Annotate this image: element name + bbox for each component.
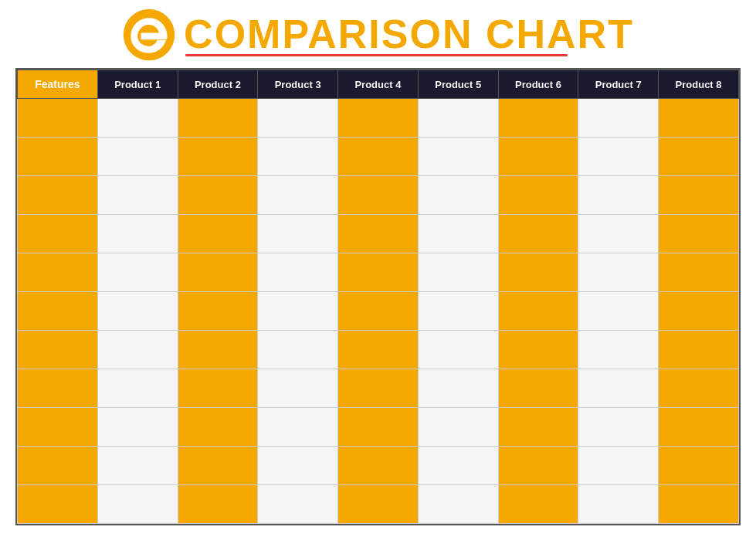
cell-r7-c3 — [258, 369, 338, 408]
cell-r3-c6 — [498, 215, 578, 253]
cell-r4-c0 — [18, 253, 98, 292]
cell-r7-c1 — [97, 369, 178, 408]
cell-r6-c2 — [178, 331, 258, 369]
cell-r10-c5 — [418, 485, 498, 524]
page-title: COMPARISON CHART — [184, 12, 634, 56]
cell-r8-c8 — [659, 408, 739, 447]
comparison-table-container: Features Product 1 Product 2 Product 3 P… — [15, 68, 741, 525]
cell-r2-c5 — [418, 176, 498, 215]
cell-r5-c6 — [498, 292, 578, 331]
table-header-row: Features Product 1 Product 2 Product 3 P… — [18, 70, 739, 99]
cell-r3-c2 — [178, 215, 258, 253]
cell-r4-c2 — [178, 253, 258, 292]
cell-r0-c3 — [258, 99, 338, 138]
cell-r6-c4 — [338, 331, 419, 369]
cell-r10-c3 — [258, 485, 338, 524]
cell-r0-c8 — [659, 99, 739, 138]
cell-r9-c3 — [258, 447, 338, 485]
cell-r3-c0 — [18, 215, 98, 253]
table-row — [18, 447, 739, 485]
table-row — [18, 369, 739, 408]
cell-r10-c4 — [338, 485, 419, 524]
col-product5: Product 5 — [418, 70, 498, 99]
cell-r2-c8 — [659, 176, 739, 215]
cell-r9-c6 — [498, 447, 578, 485]
cell-r8-c3 — [258, 408, 338, 447]
title-block: COMPARISON CHART — [184, 14, 634, 56]
cell-r8-c7 — [578, 408, 659, 447]
col-product7: Product 7 — [578, 70, 659, 99]
cell-r8-c4 — [338, 408, 419, 447]
cell-r0-c4 — [338, 99, 419, 138]
cell-r0-c2 — [178, 99, 258, 138]
table-row — [18, 176, 739, 215]
header: COMPARISON CHART — [15, 8, 741, 62]
cell-r9-c5 — [418, 447, 498, 485]
cell-r7-c7 — [578, 369, 659, 408]
cell-r3-c1 — [97, 215, 178, 253]
cell-r1-c1 — [97, 138, 178, 176]
cell-r2-c3 — [258, 176, 338, 215]
cell-r0-c0 — [18, 99, 98, 138]
cell-r10-c2 — [178, 485, 258, 524]
cell-r6-c8 — [659, 331, 739, 369]
cell-r1-c7 — [578, 138, 659, 176]
cell-r9-c4 — [338, 447, 419, 485]
cell-r10-c7 — [578, 485, 659, 524]
table-row — [18, 215, 739, 253]
cell-r1-c4 — [338, 138, 419, 176]
cell-r4-c6 — [498, 253, 578, 292]
title-wrapper: COMPARISON CHART — [184, 14, 634, 56]
table-row — [18, 99, 739, 138]
cell-r9-c8 — [659, 447, 739, 485]
cell-r10-c1 — [97, 485, 178, 524]
cell-r5-c3 — [258, 292, 338, 331]
cell-r4-c5 — [418, 253, 498, 292]
cell-r4-c3 — [258, 253, 338, 292]
cell-r4-c4 — [338, 253, 419, 292]
cell-r5-c5 — [418, 292, 498, 331]
col-product3: Product 3 — [258, 70, 338, 99]
cell-r4-c7 — [578, 253, 659, 292]
cell-r5-c2 — [178, 292, 258, 331]
cell-r7-c2 — [178, 369, 258, 408]
cell-r0-c7 — [578, 99, 659, 138]
cell-r2-c2 — [178, 176, 258, 215]
cell-r5-c4 — [338, 292, 419, 331]
cell-r7-c5 — [418, 369, 498, 408]
cell-r2-c7 — [578, 176, 659, 215]
logo-icon — [122, 8, 176, 62]
cell-r5-c8 — [659, 292, 739, 331]
cell-r8-c2 — [178, 408, 258, 447]
table-row — [18, 292, 739, 331]
cell-r4-c1 — [97, 253, 178, 292]
cell-r1-c6 — [498, 138, 578, 176]
cell-r7-c4 — [338, 369, 419, 408]
table-row — [18, 138, 739, 176]
cell-r0-c5 — [418, 99, 498, 138]
table-row — [18, 331, 739, 369]
cell-r6-c1 — [97, 331, 178, 369]
cell-r2-c0 — [18, 176, 98, 215]
cell-r10-c6 — [498, 485, 578, 524]
cell-r9-c7 — [578, 447, 659, 485]
cell-r8-c5 — [418, 408, 498, 447]
cell-r6-c0 — [18, 331, 98, 369]
cell-r9-c1 — [97, 447, 178, 485]
cell-r5-c1 — [97, 292, 178, 331]
cell-r6-c3 — [258, 331, 338, 369]
cell-r1-c8 — [659, 138, 739, 176]
cell-r10-c0 — [18, 485, 98, 524]
cell-r3-c8 — [659, 215, 739, 253]
cell-r8-c1 — [97, 408, 178, 447]
cell-r6-c7 — [578, 331, 659, 369]
cell-r1-c5 — [418, 138, 498, 176]
cell-r8-c6 — [498, 408, 578, 447]
cell-r2-c4 — [338, 176, 419, 215]
col-product4: Product 4 — [338, 70, 419, 99]
cell-r0-c1 — [97, 99, 178, 138]
cell-r5-c7 — [578, 292, 659, 331]
page-wrapper: COMPARISON CHART Features Product 1 Prod… — [0, 0, 756, 537]
cell-r6-c6 — [498, 331, 578, 369]
cell-r1-c3 — [258, 138, 338, 176]
